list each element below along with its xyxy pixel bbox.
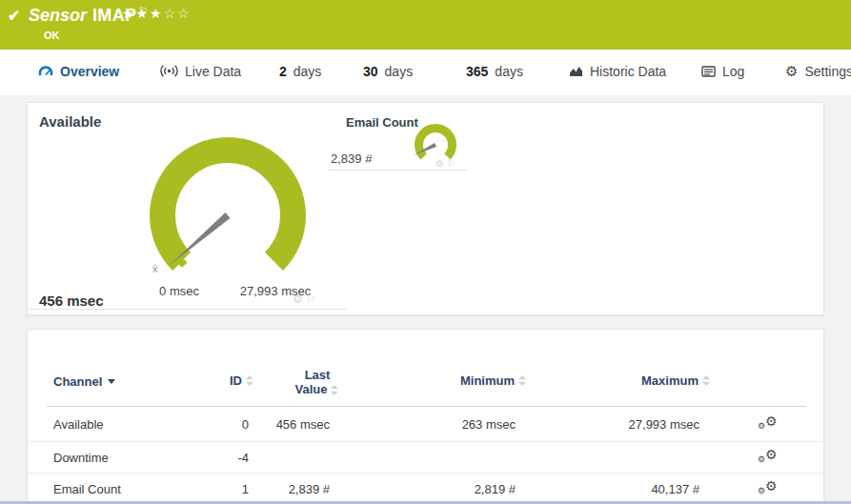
gauge-settings-icon[interactable]: ⚙	[436, 158, 447, 169]
area-chart-icon	[569, 65, 583, 77]
tile-divider	[28, 309, 347, 310]
log-icon	[701, 66, 716, 77]
available-gauge-chart	[147, 134, 307, 294]
tab-label: Overview	[60, 64, 119, 79]
gauge-current-value: 2,839 #	[331, 151, 372, 166]
channel-name: Downtime	[53, 451, 109, 465]
table-row[interactable]: Downtime -4 ⚙⚙	[28, 442, 823, 474]
column-header-label: Value	[295, 382, 328, 396]
table-row[interactable]: Available 0 456 msec 263 msec 27,993 mse…	[28, 407, 823, 442]
tab-number: 365	[466, 64, 488, 79]
sort-caret-icon	[108, 379, 115, 384]
tab-365-days[interactable]: 365 days	[466, 50, 523, 92]
tab-historic-data[interactable]: Historic Data	[569, 50, 666, 92]
maximum-value: 27,993 msec	[590, 417, 699, 432]
column-header-label: ID	[230, 373, 242, 388]
gauge-title: Available	[39, 113, 101, 130]
status-badge: OK	[44, 30, 60, 41]
tab-settings[interactable]: ⚙ Settings	[785, 50, 851, 92]
column-header-label: Minimum	[460, 373, 515, 388]
column-header-maximum[interactable]: Maximum	[599, 373, 711, 388]
last-value: 456 msec	[234, 417, 330, 432]
gauge-current-value: 456 msec	[39, 292, 104, 309]
channel-name: Email Count	[53, 481, 121, 495]
channel-settings-icon[interactable]: ⚙⚙	[758, 414, 780, 433]
tab-log[interactable]: Log	[701, 50, 744, 92]
sort-arrows-icon	[702, 375, 711, 386]
maximum-value: 40,137 #	[590, 481, 699, 495]
tab-bar: Overview Live Data 2 days 30 days 365 da…	[0, 50, 851, 95]
last-value: 2,839 #	[234, 481, 330, 495]
tab-label: days	[385, 64, 414, 79]
tab-label: Live Data	[185, 64, 241, 79]
tab-label: Historic Data	[590, 64, 666, 79]
column-header-label: Maximum	[641, 373, 699, 388]
tab-label: Log	[722, 64, 744, 79]
priority-stars[interactable]: ★★★☆☆	[122, 6, 192, 21]
average-marker: x̄	[152, 263, 158, 274]
sort-arrows-icon	[518, 375, 527, 386]
tab-number: 2	[279, 64, 287, 79]
channel-name: Available	[53, 417, 104, 432]
tab-label: days	[495, 64, 523, 79]
gauge-pin-icon[interactable]: ⚐	[447, 158, 458, 169]
live-data-icon	[160, 65, 178, 77]
gauge-corner-icons[interactable]: ⚙⚐	[436, 158, 458, 169]
tile-divider	[328, 170, 468, 171]
gauges-panel: Available x̄ 0 msec 27,993 msec 456 msec…	[27, 102, 824, 315]
tab-number: 30	[363, 64, 378, 79]
tab-label: days	[294, 64, 322, 79]
column-header-id[interactable]: ID	[171, 373, 254, 388]
column-header-label: Channel	[53, 374, 102, 389]
channel-settings-icon[interactable]: ⚙⚙	[758, 448, 780, 467]
tab-live-data[interactable]: Live Data	[160, 50, 241, 92]
column-header-label: Last	[274, 368, 360, 382]
column-header-last-value[interactable]: Last Value	[274, 368, 360, 396]
gauge-icon	[38, 65, 53, 77]
minimum-value: 263 msec	[409, 417, 516, 432]
sort-arrows-icon	[246, 375, 254, 386]
gauge-settings-icon[interactable]: ⚙	[293, 292, 306, 306]
channel-settings-icon[interactable]: ⚙⚙	[758, 479, 780, 498]
channel-id: -4	[171, 451, 249, 465]
column-header-minimum[interactable]: Minimum	[418, 373, 527, 388]
tab-2-days[interactable]: 2 days	[279, 50, 321, 92]
tab-overview[interactable]: Overview	[38, 50, 119, 92]
gauge-corner-icons[interactable]: ⚙⚐	[293, 292, 319, 306]
gear-icon: ⚙	[785, 65, 798, 77]
minimum-value: 2,819 #	[409, 481, 516, 495]
channels-table-panel: Channel ID Last Value Minimum Maximum Av…	[27, 329, 824, 504]
sort-arrows-icon	[331, 385, 339, 395]
gauge-min-label: 0 msec	[150, 284, 209, 298]
sensor-type-label: Sensor	[29, 6, 87, 25]
tab-label: Settings	[804, 64, 851, 79]
tab-30-days[interactable]: 30 days	[363, 50, 413, 92]
table-row[interactable]: Email Count 1 2,839 # 2,819 # 40,137 # ⚙…	[28, 474, 823, 503]
column-header-channel[interactable]: Channel	[53, 374, 115, 389]
status-check-icon: ✔	[8, 7, 20, 25]
gauge-pin-icon[interactable]: ⚐	[306, 292, 319, 306]
prtg-sensor-page: ✔ SensorIMAP⚐ ★★★☆☆ OK Overview Live Dat…	[0, 0, 851, 504]
sensor-header: ✔ SensorIMAP⚐ ★★★☆☆ OK	[0, 0, 851, 50]
